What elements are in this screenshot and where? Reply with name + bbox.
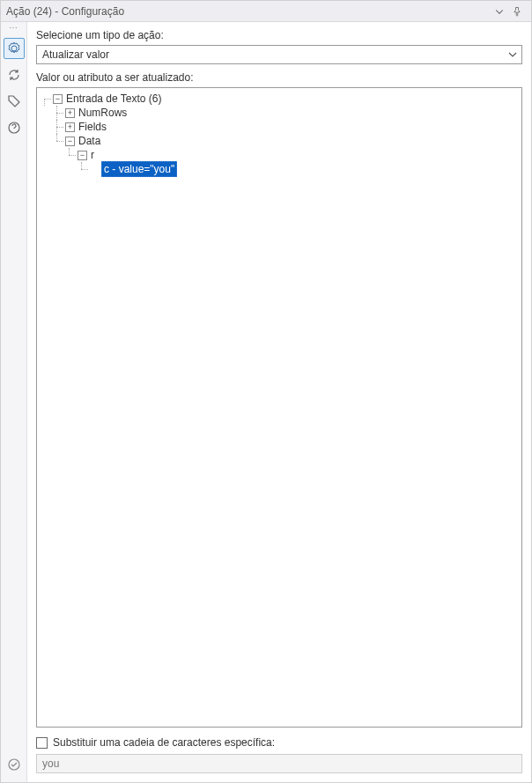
tree-node-numrows[interactable]: NumRows — [77, 106, 129, 120]
tree-leaf-spacer — [90, 165, 100, 174]
svg-point-1 — [9, 759, 19, 770]
drag-handle-icon: ⋯ — [9, 26, 18, 33]
config-panel: Ação (24) - Configuração ⋯ — [0, 0, 532, 783]
action-type-select[interactable]: Atualizar valor — [36, 45, 522, 64]
replace-checkbox[interactable] — [36, 737, 48, 749]
check-circle-icon — [7, 757, 21, 772]
replace-label: Substituir uma cadeia de caracteres espe… — [53, 736, 275, 749]
tree-node-root[interactable]: Entrada de Texto (6) — [64, 92, 164, 106]
pin-button[interactable] — [508, 3, 526, 20]
tree-toggle[interactable]: − — [78, 151, 87, 160]
sidebar-item-status[interactable] — [4, 754, 25, 775]
replace-input[interactable]: you — [36, 754, 522, 773]
chevron-down-icon — [494, 6, 505, 17]
sidebar-item-refresh[interactable] — [4, 64, 25, 85]
gear-icon — [7, 41, 21, 55]
pin-icon — [512, 6, 522, 17]
value-attr-label: Valor ou atributo a ser atualizado: — [36, 71, 522, 84]
sidebar-item-config[interactable] — [4, 38, 25, 59]
tree-node-fields[interactable]: Fields — [77, 120, 108, 134]
replace-row: Substituir uma cadeia de caracteres espe… — [36, 736, 522, 749]
tree-toggle[interactable]: + — [65, 108, 75, 118]
sidebar-item-tag[interactable] — [4, 91, 25, 112]
sidebar: ⋯ — [1, 22, 27, 782]
panel-body: ⋯ Selecione um tipo de ação: Atualizar v… — [1, 22, 531, 782]
tree-toggle[interactable]: − — [53, 94, 63, 104]
titlebar: Ação (24) - Configuração — [1, 1, 531, 22]
help-icon — [7, 121, 21, 135]
refresh-icon — [7, 68, 21, 82]
tree-node-selected[interactable]: c - value="you" — [101, 161, 177, 177]
tree-view[interactable]: − Entrada de Texto (6) + NumRows — [36, 87, 522, 728]
tag-icon — [7, 94, 21, 108]
tree-toggle[interactable]: + — [65, 122, 75, 132]
chevron-down-icon — [507, 49, 518, 60]
action-type-value: Atualizar valor — [42, 48, 507, 61]
collapse-button[interactable] — [491, 3, 508, 20]
sidebar-item-help[interactable] — [4, 117, 25, 138]
tree-toggle[interactable]: − — [65, 137, 75, 146]
replace-input-value: you — [42, 757, 59, 770]
main-content: Selecione um tipo de ação: Atualizar val… — [27, 22, 531, 782]
tree-node-r[interactable]: r — [89, 148, 96, 162]
tree-node-data[interactable]: Data — [77, 134, 102, 148]
action-type-label: Selecione um tipo de ação: — [36, 29, 522, 41]
panel-title: Ação (24) - Configuração — [6, 5, 491, 18]
